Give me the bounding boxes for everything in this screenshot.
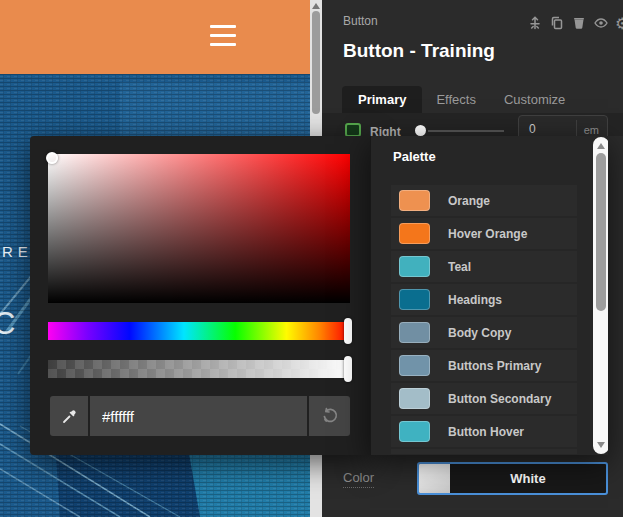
alignment-row: Right 0 em bbox=[322, 113, 623, 136]
palette-item[interactable]: Orange bbox=[391, 185, 577, 216]
eyedropper-button[interactable] bbox=[50, 396, 88, 436]
alpha-slider[interactable] bbox=[48, 360, 350, 378]
palette-item-label: Orange bbox=[448, 194, 490, 208]
scroll-down-arrow-icon[interactable] bbox=[597, 442, 605, 448]
palette-item[interactable]: Teal bbox=[391, 251, 577, 282]
palette-popup: Palette Orange Hover Orange Teal bbox=[370, 136, 608, 455]
eyedropper-icon bbox=[61, 408, 78, 425]
tab-primary[interactable]: Primary bbox=[342, 86, 422, 113]
palette-item-label: Button Hover bbox=[448, 425, 524, 439]
gear-icon[interactable]: ⚙ bbox=[615, 15, 623, 31]
trash-icon[interactable] bbox=[571, 15, 587, 31]
palette-item-label: Hover Orange bbox=[448, 227, 527, 241]
page-title: Button - Training bbox=[343, 40, 495, 62]
size-slider-handle[interactable] bbox=[415, 125, 426, 136]
palette-item[interactable]: Hover Orange bbox=[391, 218, 577, 249]
palette-swatch bbox=[399, 256, 430, 277]
reset-icon bbox=[321, 407, 339, 425]
color-value-label: White bbox=[450, 464, 606, 493]
scroll-up-arrow-icon[interactable] bbox=[312, 3, 320, 9]
palette-swatch bbox=[399, 421, 430, 442]
palette-swatch bbox=[399, 190, 430, 211]
palette-item[interactable]: Button Hover bbox=[391, 416, 577, 447]
palette-scrollbar-thumb[interactable] bbox=[596, 153, 606, 311]
palette-item[interactable]: Body Copy bbox=[391, 317, 577, 348]
tab-customize[interactable]: Customize bbox=[490, 86, 579, 113]
scroll-up-arrow-icon[interactable] bbox=[597, 143, 605, 149]
palette-swatch bbox=[399, 322, 430, 343]
page-header-bar bbox=[0, 0, 310, 74]
color-picker-popup bbox=[30, 136, 370, 455]
spacing-value[interactable]: 0 bbox=[529, 122, 536, 136]
palette-scrollbar[interactable] bbox=[593, 137, 608, 454]
tab-effects[interactable]: Effects bbox=[422, 86, 490, 113]
color-cursor[interactable] bbox=[46, 152, 58, 164]
inspector-tabs: Primary Effects Customize bbox=[342, 87, 579, 113]
preview-scrollbar-thumb[interactable] bbox=[312, 11, 320, 114]
palette-item-label: Buttons Primary bbox=[448, 359, 541, 373]
saturation-value-area[interactable] bbox=[48, 154, 350, 303]
palette-list: Orange Hover Orange Teal Headings bbox=[391, 185, 577, 454]
reset-color-button[interactable] bbox=[309, 396, 350, 436]
palette-item-label: Button Secondary bbox=[448, 392, 551, 406]
palette-item-label: Headings bbox=[448, 293, 502, 307]
spacing-unit[interactable]: em bbox=[584, 124, 599, 136]
hamburger-menu-icon[interactable] bbox=[210, 25, 236, 46]
palette-item-label: Body Copy bbox=[448, 326, 511, 340]
color-field-label: Color bbox=[343, 470, 374, 488]
palette-item-label: Teal bbox=[448, 260, 471, 274]
palette-item-partial bbox=[391, 449, 577, 454]
page-text-fragment: RE bbox=[2, 243, 33, 260]
duplicate-icon[interactable] bbox=[549, 15, 565, 31]
hex-color-input[interactable] bbox=[90, 396, 307, 436]
alignment-checkbox-icon[interactable] bbox=[345, 123, 361, 137]
app-window: RE C Button bbox=[0, 0, 623, 517]
move-icon[interactable] bbox=[527, 15, 543, 31]
palette-swatch bbox=[399, 223, 430, 244]
palette-title: Palette bbox=[393, 149, 436, 164]
palette-item[interactable]: Button Secondary bbox=[391, 383, 577, 414]
palette-item[interactable]: Buttons Primary bbox=[391, 350, 577, 381]
hue-slider-handle[interactable] bbox=[344, 318, 352, 344]
alpha-slider-handle[interactable] bbox=[344, 356, 352, 382]
palette-swatch bbox=[399, 355, 430, 376]
page-text-fragment: C bbox=[0, 306, 15, 342]
eye-icon[interactable] bbox=[593, 15, 609, 31]
palette-swatch bbox=[399, 289, 430, 310]
size-slider-track[interactable] bbox=[428, 130, 504, 132]
palette-swatch bbox=[399, 388, 430, 409]
color-value-swatch bbox=[419, 464, 450, 493]
inspector-toolbar: ⚙ bbox=[322, 15, 623, 33]
color-value-button[interactable]: White bbox=[417, 462, 608, 495]
hue-slider[interactable] bbox=[48, 322, 350, 340]
palette-item[interactable]: Headings bbox=[391, 284, 577, 315]
